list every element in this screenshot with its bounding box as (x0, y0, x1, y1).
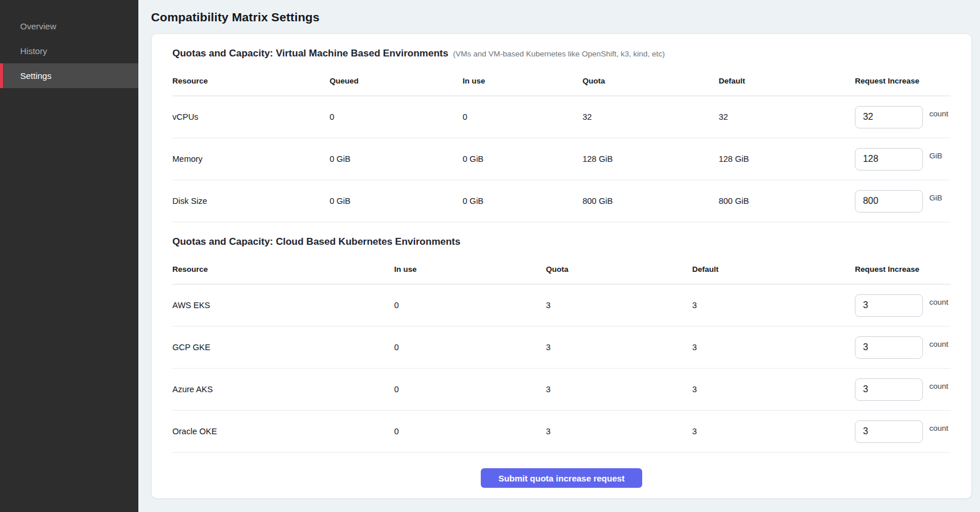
vm-col-request-increase: Request Increase (855, 62, 951, 96)
vm-row-vcpus-queued: 0 (330, 96, 463, 138)
table-row: Memory 0 GiB 0 GiB 128 GiB 128 GiB GiB (172, 138, 951, 180)
table-row: Disk Size 0 GiB 0 GiB 800 GiB 800 GiB Gi… (172, 180, 951, 222)
cloud-row-azure-quota: 3 (546, 369, 692, 411)
vm-row-memory-quota: 128 GiB (582, 138, 718, 180)
vm-section-header: Quotas and Capacity: Virtual Machine Bas… (172, 48, 951, 59)
vm-row-disk-quota: 800 GiB (582, 180, 718, 222)
sidebar-item-history[interactable]: History (0, 39, 138, 63)
cloud-row-aws-resource: AWS EKS (172, 285, 394, 327)
table-row: Oracle OKE 0 3 3 count (172, 411, 951, 453)
cloud-row-gcp-quota: 3 (546, 327, 692, 369)
gcp-gke-unit-label: count (929, 340, 948, 348)
vm-row-memory-in-use: 0 GiB (463, 138, 583, 180)
vm-row-disk-default: 800 GiB (719, 180, 855, 222)
vm-row-vcpus-in-use: 0 (463, 96, 583, 138)
vm-col-default: Default (719, 62, 855, 96)
oracle-oke-unit-label: count (929, 424, 948, 433)
disk-size-request-input[interactable] (855, 190, 923, 213)
cloud-table-header-row: Resource In use Quota Default Request In… (172, 250, 951, 285)
cloud-col-request-increase: Request Increase (855, 250, 951, 285)
cloud-row-oracle-default: 3 (692, 411, 855, 453)
vm-section-title: Quotas and Capacity: Virtual Machine Bas… (172, 48, 448, 59)
cloud-section-title: Quotas and Capacity: Cloud Based Kuberne… (172, 236, 461, 247)
cloud-row-oracle-resource: Oracle OKE (172, 411, 394, 453)
vm-table-header-row: Resource Queued In use Quota Default Req… (172, 62, 951, 96)
oracle-oke-request-input[interactable] (855, 420, 923, 443)
disk-size-unit-label: GiB (929, 194, 943, 202)
vm-quota-table: Resource Queued In use Quota Default Req… (172, 62, 951, 222)
vm-row-disk-resource: Disk Size (172, 180, 330, 222)
vm-col-queued: Queued (330, 62, 463, 96)
vm-col-resource: Resource (172, 62, 330, 96)
vm-col-quota: Quota (582, 62, 718, 96)
cloud-col-resource: Resource (172, 250, 394, 285)
table-row: Azure AKS 0 3 3 count (172, 369, 951, 411)
memory-unit-label: GiB (929, 151, 943, 160)
cloud-row-aws-in-use: 0 (394, 285, 546, 327)
sidebar-nav: Overview History Settings (0, 0, 138, 88)
submit-row: Submit quota increase request (172, 453, 951, 488)
cloud-row-aws-default: 3 (692, 285, 855, 327)
vm-row-vcpus-quota: 32 (582, 96, 718, 138)
cloud-col-default: Default (692, 250, 855, 285)
vm-row-memory-queued: 0 GiB (330, 138, 463, 180)
cloud-row-gcp-resource: GCP GKE (172, 327, 394, 369)
table-row: AWS EKS 0 3 3 count (172, 285, 951, 327)
vm-row-disk-queued: 0 GiB (330, 180, 463, 222)
submit-quota-increase-button[interactable]: Submit quota increase request (481, 468, 642, 488)
vm-row-memory-resource: Memory (172, 138, 330, 180)
page-title: Compatibility Matrix Settings (151, 10, 972, 24)
vcpus-request-input[interactable] (855, 106, 923, 128)
sidebar-item-settings[interactable]: Settings (0, 63, 138, 88)
sidebar-item-overview[interactable]: Overview (0, 14, 138, 39)
main-content: Compatibility Matrix Settings Quotas and… (138, 0, 980, 499)
table-row: GCP GKE 0 3 3 count (172, 327, 951, 369)
cloud-row-aws-quota: 3 (546, 285, 692, 327)
vm-row-vcpus-resource: vCPUs (172, 96, 330, 138)
azure-aks-request-input[interactable] (855, 378, 923, 401)
cloud-quota-table: Resource In use Quota Default Request In… (172, 250, 951, 453)
cloud-row-azure-in-use: 0 (394, 369, 546, 411)
vm-row-vcpus-default: 32 (719, 96, 855, 138)
gcp-gke-request-input[interactable] (855, 336, 923, 359)
memory-request-input[interactable] (855, 148, 923, 170)
cloud-col-in-use: In use (394, 250, 546, 285)
table-row: vCPUs 0 0 32 32 count (172, 96, 951, 138)
sidebar: Overview History Settings (0, 0, 138, 512)
cloud-row-azure-resource: Azure AKS (172, 369, 394, 411)
cloud-row-gcp-default: 3 (692, 327, 855, 369)
settings-card: Quotas and Capacity: Virtual Machine Bas… (151, 33, 972, 499)
vm-section-subtitle: (VMs and VM-based Kubernetes like OpenSh… (453, 50, 665, 58)
aws-eks-request-input[interactable] (855, 294, 923, 317)
vcpus-unit-label: count (929, 109, 948, 118)
aws-eks-unit-label: count (929, 298, 948, 306)
cloud-section-header: Quotas and Capacity: Cloud Based Kuberne… (172, 236, 951, 248)
azure-aks-unit-label: count (929, 382, 948, 390)
vm-row-disk-in-use: 0 GiB (463, 180, 583, 222)
cloud-row-gcp-in-use: 0 (394, 327, 546, 369)
cloud-col-quota: Quota (546, 250, 692, 285)
cloud-row-oracle-quota: 3 (546, 411, 692, 453)
vm-col-in-use: In use (463, 62, 583, 96)
cloud-row-oracle-in-use: 0 (394, 411, 546, 453)
vm-row-memory-default: 128 GiB (719, 138, 855, 180)
cloud-row-azure-default: 3 (692, 369, 855, 411)
